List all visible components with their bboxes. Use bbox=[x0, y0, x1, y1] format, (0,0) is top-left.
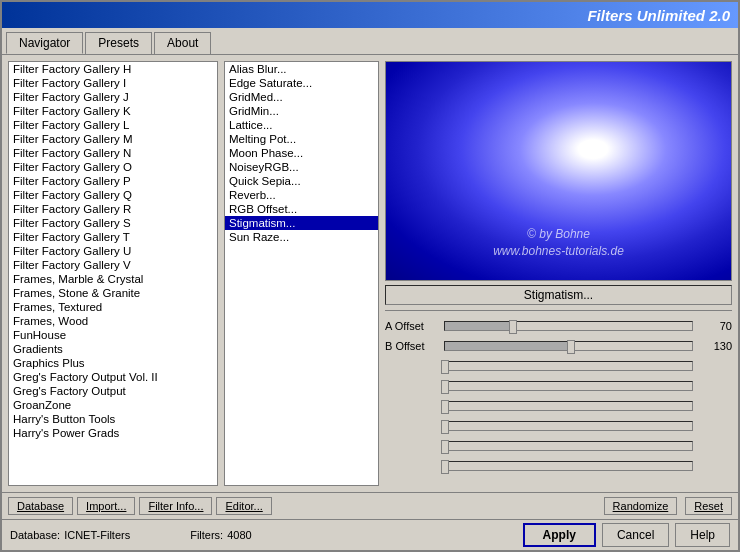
filter-item[interactable]: GridMed... bbox=[225, 90, 378, 104]
database-label: Database: bbox=[10, 529, 60, 541]
preview-image: © by Bohne www.bohnes-tutorials.de bbox=[385, 61, 732, 281]
slider-track-1[interactable] bbox=[444, 341, 693, 351]
main-window: Filters Unlimited 2.0 Navigator Presets … bbox=[0, 0, 740, 552]
slider-track-3[interactable] bbox=[444, 381, 693, 391]
slider-label-0: A Offset bbox=[385, 320, 440, 332]
help-button[interactable]: Help bbox=[675, 523, 730, 547]
reset-button[interactable]: Reset bbox=[685, 497, 732, 515]
filter-item[interactable]: Stigmatism... bbox=[225, 216, 378, 230]
filters-status: Filters: 4080 bbox=[190, 529, 251, 541]
filter-item[interactable]: GridMin... bbox=[225, 104, 378, 118]
filters-value: 4080 bbox=[227, 529, 251, 541]
slider-track-4[interactable] bbox=[444, 401, 693, 411]
filter-item[interactable]: Moon Phase... bbox=[225, 146, 378, 160]
list-item[interactable]: Harry's Button Tools bbox=[9, 412, 217, 426]
slider-track-6[interactable] bbox=[444, 441, 693, 451]
apply-button[interactable]: Apply bbox=[523, 523, 596, 547]
filter-item[interactable]: RGB Offset... bbox=[225, 202, 378, 216]
watermark: © by Bohne www.bohnes-tutorials.de bbox=[493, 226, 624, 260]
list-item[interactable]: FunHouse bbox=[9, 328, 217, 342]
list-item[interactable]: Filter Factory Gallery H bbox=[9, 62, 217, 76]
list-item[interactable]: Filter Factory Gallery N bbox=[9, 146, 217, 160]
filter-preview-area: Alias Blur...Edge Saturate...GridMed...G… bbox=[224, 61, 732, 486]
slider-value-1: 130 bbox=[697, 340, 732, 352]
filter-item[interactable]: Alias Blur... bbox=[225, 62, 378, 76]
slider-row-3 bbox=[385, 376, 732, 396]
list-item[interactable]: Harry's Power Grads bbox=[9, 426, 217, 440]
watermark-line1: © by Bohne bbox=[493, 226, 624, 243]
toolbar-right: Randomize Reset bbox=[604, 497, 732, 515]
cancel-button[interactable]: Cancel bbox=[602, 523, 669, 547]
slider-row-5 bbox=[385, 416, 732, 436]
slider-track-2[interactable] bbox=[444, 361, 693, 371]
title-bar: Filters Unlimited 2.0 bbox=[2, 2, 738, 28]
right-panel: Alias Blur...Edge Saturate...GridMed...G… bbox=[224, 61, 732, 486]
filter-info-button[interactable]: Filter Info... bbox=[139, 497, 212, 515]
database-button[interactable]: Database bbox=[8, 497, 73, 515]
list-item[interactable]: Filter Factory Gallery S bbox=[9, 216, 217, 230]
filter-item[interactable]: Lattice... bbox=[225, 118, 378, 132]
tab-navigator[interactable]: Navigator bbox=[6, 32, 83, 54]
bottom-buttons: Apply Cancel Help bbox=[523, 523, 730, 547]
list-item[interactable]: Filter Factory Gallery Q bbox=[9, 188, 217, 202]
preview-area: © by Bohne www.bohnes-tutorials.de Stigm… bbox=[385, 61, 732, 486]
tab-bar: Navigator Presets About bbox=[2, 28, 738, 55]
list-item[interactable]: Filter Factory Gallery L bbox=[9, 118, 217, 132]
toolbar-left: Database Import... Filter Info... Editor… bbox=[8, 497, 272, 515]
list-item[interactable]: Filter Factory Gallery V bbox=[9, 258, 217, 272]
database-status: Database: ICNET-Filters bbox=[10, 529, 130, 541]
slider-row-2 bbox=[385, 356, 732, 376]
list-item[interactable]: Filter Factory Gallery J bbox=[9, 90, 217, 104]
list-item[interactable]: Frames, Marble & Crystal bbox=[9, 272, 217, 286]
list-item[interactable]: Filter Factory Gallery I bbox=[9, 76, 217, 90]
list-item[interactable]: Frames, Textured bbox=[9, 300, 217, 314]
slider-value-0: 70 bbox=[697, 320, 732, 332]
list-item[interactable]: GroanZone bbox=[9, 398, 217, 412]
watermark-line2: www.bohnes-tutorials.de bbox=[493, 243, 624, 260]
controls-area: Stigmatism... A Offset70B Offset130 bbox=[385, 285, 732, 476]
tab-presets[interactable]: Presets bbox=[85, 32, 152, 54]
slider-track-5[interactable] bbox=[444, 421, 693, 431]
filter-item[interactable]: Melting Pot... bbox=[225, 132, 378, 146]
database-value: ICNET-Filters bbox=[64, 529, 130, 541]
list-item[interactable]: Frames, Wood bbox=[9, 314, 217, 328]
filter-item[interactable]: Quick Sepia... bbox=[225, 174, 378, 188]
filters-label: Filters: bbox=[190, 529, 223, 541]
sliders-container: A Offset70B Offset130 bbox=[385, 316, 732, 476]
list-item[interactable]: Frames, Stone & Granite bbox=[9, 286, 217, 300]
slider-row-7 bbox=[385, 456, 732, 476]
list-item[interactable]: Filter Factory Gallery K bbox=[9, 104, 217, 118]
import-button[interactable]: Import... bbox=[77, 497, 135, 515]
separator bbox=[385, 310, 732, 311]
status-bar: Database: ICNET-Filters Filters: 4080 Ap… bbox=[2, 519, 738, 550]
list-item[interactable]: Greg's Factory Output Vol. II bbox=[9, 370, 217, 384]
list-item[interactable]: Filter Factory Gallery P bbox=[9, 174, 217, 188]
list-item[interactable]: Filter Factory Gallery U bbox=[9, 244, 217, 258]
slider-track-0[interactable] bbox=[444, 321, 693, 331]
slider-row-4 bbox=[385, 396, 732, 416]
filter-list[interactable]: Alias Blur...Edge Saturate...GridMed...G… bbox=[224, 61, 379, 486]
list-item[interactable]: Filter Factory Gallery T bbox=[9, 230, 217, 244]
list-item[interactable]: Filter Factory Gallery O bbox=[9, 160, 217, 174]
slider-row-0: A Offset70 bbox=[385, 316, 732, 336]
filter-item[interactable]: NoiseyRGB... bbox=[225, 160, 378, 174]
left-panel: Filter Factory Gallery HFilter Factory G… bbox=[8, 61, 218, 486]
tab-about[interactable]: About bbox=[154, 32, 211, 54]
main-content: Filter Factory Gallery HFilter Factory G… bbox=[2, 55, 738, 492]
filter-name-bar: Stigmatism... bbox=[385, 285, 732, 305]
filter-item[interactable]: Reverb... bbox=[225, 188, 378, 202]
slider-label-1: B Offset bbox=[385, 340, 440, 352]
category-list[interactable]: Filter Factory Gallery HFilter Factory G… bbox=[9, 62, 217, 485]
randomize-button[interactable]: Randomize bbox=[604, 497, 678, 515]
editor-button[interactable]: Editor... bbox=[216, 497, 271, 515]
bottom-toolbar: Database Import... Filter Info... Editor… bbox=[2, 492, 738, 519]
list-item[interactable]: Graphics Plus bbox=[9, 356, 217, 370]
list-item[interactable]: Greg's Factory Output bbox=[9, 384, 217, 398]
filter-item[interactable]: Edge Saturate... bbox=[225, 76, 378, 90]
slider-row-1: B Offset130 bbox=[385, 336, 732, 356]
list-item[interactable]: Filter Factory Gallery R bbox=[9, 202, 217, 216]
list-item[interactable]: Filter Factory Gallery M bbox=[9, 132, 217, 146]
filter-item[interactable]: Sun Raze... bbox=[225, 230, 378, 244]
list-item[interactable]: Gradients bbox=[9, 342, 217, 356]
slider-track-7[interactable] bbox=[444, 461, 693, 471]
